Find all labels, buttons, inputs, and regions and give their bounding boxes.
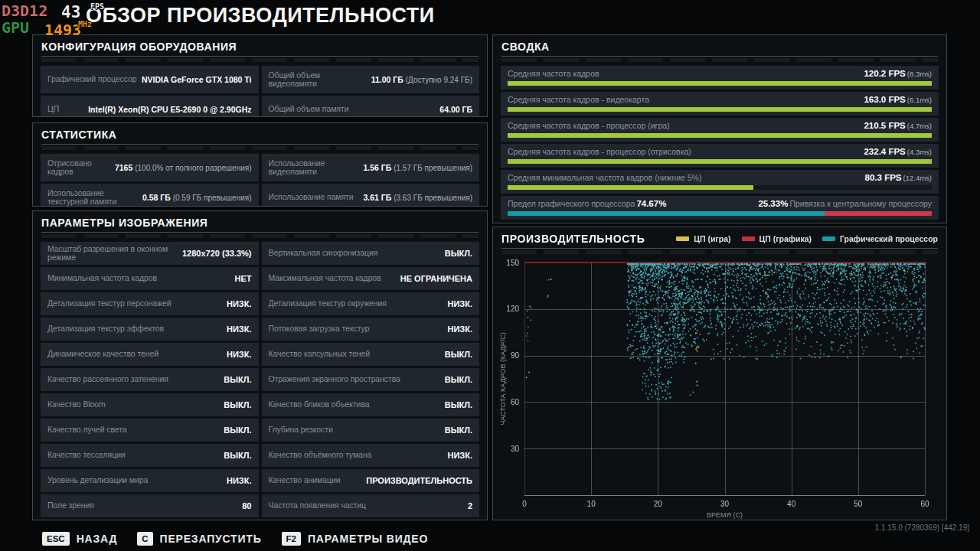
- gpu-bound-left: Предел графического процессора 74.67%: [508, 199, 666, 208]
- legend-swatch-gpu-icon: [822, 236, 835, 241]
- hardware-label: Графический процессор: [47, 75, 136, 84]
- param-label: Детализация текстур окружения: [269, 299, 387, 308]
- cpu-bound-right: 25.33% Привязка к центральному процессор…: [758, 199, 932, 208]
- performance-chart: [493, 227, 946, 520]
- divider: [501, 248, 938, 249]
- param-label: Качество объёмного тумана: [269, 451, 372, 460]
- summary-row-avg-fps-cpu-render: Средняя частота кадров - процессор (отри…: [501, 144, 939, 168]
- stats-value: 1.56 ГБ (1.57 ГБ превышения): [363, 163, 472, 172]
- osd-fps-value: 43: [61, 3, 80, 21]
- param-label: Потоковая загрузка текстур: [269, 324, 370, 334]
- param-row: Качество рассеянного затененияВЫКЛ.: [41, 368, 259, 391]
- stats-row-vram-usage: Использование видеопамяти 1.56 ГБ (1.57 …: [262, 154, 480, 181]
- summary-bar: [508, 185, 932, 190]
- osd-clock-value: 1493: [44, 21, 81, 39]
- summary-bar: [508, 81, 932, 86]
- param-row: Глубина резкостиВЫКЛ.: [262, 419, 480, 442]
- restart-button[interactable]: C ПЕРЕЗАПУСТИТЬ: [137, 532, 261, 546]
- version-text: 1.1.15.0 (7280369) [442.19]: [875, 523, 969, 532]
- param-row: Детализация текстур эффектовНИЗК.: [41, 318, 259, 341]
- stats-label: Отрисовано кадров: [47, 159, 110, 177]
- hardware-config-header: КОНФИГУРАЦИЯ ОБОРУДОВАНИЯ: [33, 35, 487, 56]
- hardware-value: Intel(R) Xeon(R) CPU E5-2690 0 @ 2.90GHz: [88, 105, 251, 114]
- summary-label: Средняя частота кадров: [508, 69, 599, 78]
- stats-value: 3.61 ГБ (3.63 ГБ превышения): [363, 193, 472, 202]
- param-value: НИЗК.: [227, 299, 252, 308]
- param-label: Поле зрения: [47, 501, 94, 510]
- param-label: Качество бликов объектива: [269, 400, 370, 409]
- param-label: Вертикальная синхронизация: [269, 249, 378, 258]
- hardware-value: 64.00 ГБ: [439, 105, 472, 114]
- image-parameters-panel: ПАРАМЕТРЫ ИЗОБРАЖЕНИЯ Масштаб разрешения…: [32, 210, 488, 520]
- param-row: Масштаб разрешения в оконном режиме1280x…: [41, 242, 259, 265]
- param-label: Качество капсульных теней: [269, 350, 371, 359]
- param-row: Качество BloomВЫКЛ.: [41, 393, 259, 416]
- param-value: НИЗК.: [447, 451, 472, 460]
- param-value: НИЗК.: [227, 476, 252, 485]
- param-label: Частота появления частиц: [269, 501, 366, 510]
- summary-row-avg-fps-cpu-game: Средняя частота кадров - процессор (игра…: [501, 118, 939, 142]
- param-value: ВЫКЛ.: [445, 375, 472, 384]
- stats-label: Использование видеопамяти: [269, 159, 359, 177]
- param-value: НИЗК.: [227, 350, 252, 359]
- param-row: Качество тесселяцииВЫКЛ.: [41, 444, 259, 467]
- param-row: Максимальная частота кадровНЕ ОГРАНИЧЕНА: [262, 267, 480, 290]
- summary-bar-fill: [508, 185, 753, 190]
- chart-legend: ЦП (игра) ЦП (графика) Графический проце…: [676, 234, 938, 243]
- summary-panel: СВОДКА Средняя частота кадров 120.2 FPS(…: [492, 34, 947, 223]
- cpu-bound-fill: [825, 211, 932, 216]
- summary-bar: [508, 133, 932, 138]
- legend-item-gpu: Графический процессор: [822, 234, 938, 243]
- param-label: Уровень детализации мира: [47, 476, 148, 485]
- param-value: ПРОИЗВОДИТЕЛЬНОСТЬ: [366, 476, 472, 485]
- legend-swatch-cpu-game-icon: [676, 236, 689, 241]
- hardware-config-panel: КОНФИГУРАЦИЯ ОБОРУДОВАНИЯ Графический пр…: [32, 34, 488, 117]
- param-label: Динамическое качество теней: [47, 350, 158, 359]
- param-label: Масштаб разрешения в оконном режиме: [47, 245, 178, 262]
- param-value: 80: [242, 501, 251, 510]
- summary-bar: [508, 159, 932, 164]
- stats-value: 0.58 ГБ (0.59 ГБ превышения): [142, 193, 252, 202]
- param-value: ВЫКЛ.: [224, 425, 251, 435]
- param-label: Качество лучей света: [47, 425, 127, 435]
- video-settings-button[interactable]: F2 ПАРАМЕТРЫ ВИДЕО: [282, 532, 429, 546]
- divider-ghost: [501, 58, 938, 62]
- param-label: Качество тесселяции: [47, 451, 126, 460]
- param-row: Качество бликов объективаВЫКЛ.: [262, 393, 480, 416]
- hardware-label: ЦП: [47, 105, 59, 114]
- param-label: Качество анимации: [269, 476, 341, 485]
- gpu-bound-fill: [508, 211, 825, 216]
- performance-header: ПРОИЗВОДИТЕЛЬНОСТЬ: [501, 233, 645, 245]
- param-label: Качество рассеянного затенения: [47, 375, 168, 384]
- legend-swatch-cpu-render-icon: [742, 236, 755, 241]
- divider: [41, 232, 479, 233]
- legend-item-cpu-render: ЦП (графика): [742, 234, 812, 243]
- summary-row-min-fps: Средняя минимальная частота кадров (нижн…: [501, 170, 939, 194]
- key-badge-esc: ESC: [42, 532, 70, 546]
- param-value: ВЫКЛ.: [445, 350, 472, 359]
- osd-fps-unit: FPS: [90, 2, 104, 11]
- param-row: Детализация текстур окруженияНИЗК.: [262, 292, 480, 315]
- param-label: Минимальная частота кадров: [47, 274, 157, 283]
- param-value: ВЫКЛ.: [445, 249, 472, 258]
- param-row: Частота появления частиц2: [262, 494, 480, 517]
- summary-bar: [508, 107, 932, 112]
- page-title: ОБЗОР ПРОИЗВОДИТЕЛЬНОСТИ: [86, 4, 435, 28]
- param-value: ВЫКЛ.: [224, 451, 251, 460]
- summary-value: 163.0 FPS(6.1ms): [864, 95, 932, 104]
- summary-row-avg-fps-gpu: Средняя частота кадров - видеокарта 163.…: [501, 92, 939, 116]
- key-badge-c: C: [137, 532, 152, 546]
- image-parameters-header: ПАРАМЕТРЫ ИЗОБРАЖЕНИЯ: [33, 211, 487, 232]
- param-label: Отражения экранного пространства: [269, 375, 400, 384]
- osd-clock-unit: MHz: [78, 20, 92, 28]
- param-label: Детализация текстур эффектов: [47, 324, 164, 334]
- summary-bar-fill: [508, 133, 932, 138]
- hardware-value: 11.00 ГБ (Доступно 9.24 ГБ): [371, 75, 472, 84]
- summary-bar-fill: [508, 159, 932, 164]
- stats-row-texture-memory: Использование текстурной памяти 0.58 ГБ …: [41, 184, 259, 207]
- stats-value: 7165 (100.0% от полного разрешения): [115, 163, 252, 172]
- summary-bar-fill: [508, 81, 932, 86]
- summary-value: 210.5 FPS(4.7ms): [864, 121, 932, 130]
- back-button[interactable]: ESC НАЗАД: [42, 532, 117, 546]
- param-row: Вертикальная синхронизацияВЫКЛ.: [262, 242, 480, 265]
